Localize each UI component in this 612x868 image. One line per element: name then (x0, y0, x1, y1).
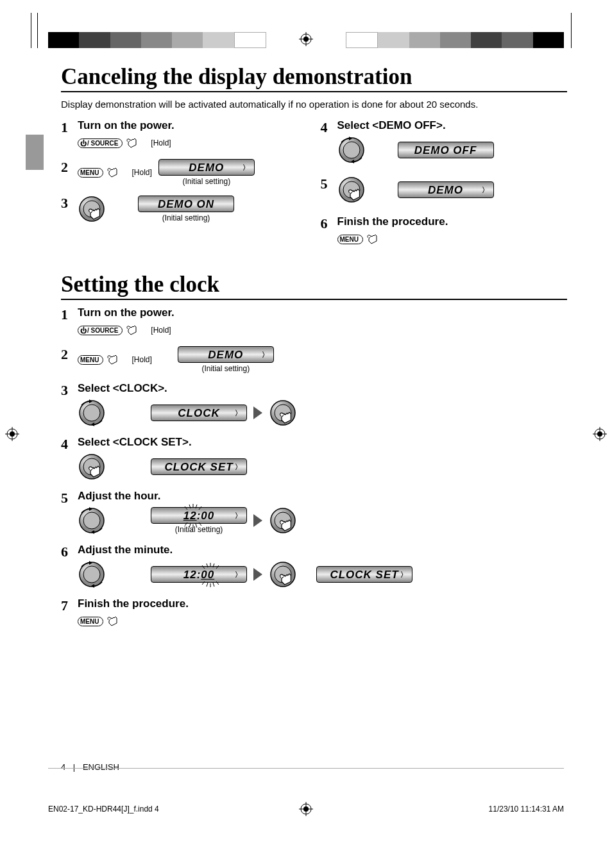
clock-step-2: 2 MENU [Hold] DEMO〉 (Initial setting) (61, 346, 567, 373)
chevron-right-icon: 〉 (262, 346, 269, 363)
tap-hand-icon (110, 353, 124, 367)
power-source-button: ⏻/ SOURCE (78, 326, 123, 335)
step-4: 4 Select <DEMO OFF>. DEMO OFF (321, 119, 568, 164)
step-number: 1 (61, 119, 78, 150)
step-title: Turn on the power. (78, 306, 567, 319)
swatch (79, 32, 110, 48)
swatch (502, 32, 532, 48)
swatch (378, 32, 409, 48)
crop-mark (31, 13, 31, 48)
knob-press-icon (269, 560, 297, 588)
swatch (440, 32, 471, 48)
knob-turn-icon (78, 506, 106, 535)
registration-mark-icon (593, 427, 607, 441)
step-number: 4 (61, 436, 78, 481)
step-number: 2 (61, 159, 78, 186)
step-number: 2 (61, 346, 78, 373)
swatch (234, 32, 266, 48)
chevron-right-icon: 〉 (242, 159, 250, 176)
set-clock-steps: 1 Turn on the power. ⏻/ SOURCE [Hold] 2 … (61, 306, 567, 628)
menu-button: MENU (337, 235, 363, 244)
tap-hand-icon (110, 614, 124, 628)
knob-turn-icon (78, 560, 106, 588)
knob-press-icon (269, 399, 297, 427)
lcd-display: DEMO〉 (158, 159, 255, 176)
page-content: Canceling the display demonstration Disp… (61, 64, 567, 791)
step-title: Finish the procedure. (337, 215, 568, 228)
menu-button: MENU (78, 617, 103, 626)
power-icon: ⏻ (80, 327, 87, 334)
tap-hand-icon (110, 165, 124, 179)
color-bar-right (346, 32, 564, 48)
page-side-tab (26, 135, 44, 170)
lcd-display: DEMO〉 (178, 346, 274, 363)
step-1: 1 Turn on the power. ⏻/ SOURCE [Hold] (61, 119, 308, 150)
step-3: 3 DEMO ON (Initial setting) (61, 195, 308, 223)
arrow-right-icon (253, 406, 262, 419)
lcd-display: CLOCK〉 (151, 405, 247, 421)
tap-hand-icon (129, 323, 143, 337)
color-bar-left (48, 32, 266, 48)
crop-mark (571, 13, 572, 48)
knob-press-icon (78, 195, 106, 223)
lcd-display: 12:00〉 (151, 566, 247, 583)
heading-set-clock: Setting the clock (61, 272, 567, 300)
tap-hand-icon (370, 232, 384, 246)
hold-label: [Hold] (132, 168, 151, 177)
chevron-right-icon: 〉 (235, 405, 242, 421)
step-number: 4 (321, 119, 337, 164)
clock-step-5: 5 Adjust the hour. 12:00〉 (Initial setti… (61, 490, 567, 535)
menu-button: MENU (78, 355, 103, 365)
swatch (172, 32, 203, 48)
imprint-bar: EN02-17_KD-HDR44[J]_f.indd 4 11/23/10 11… (48, 768, 564, 814)
step-title: Select <DEMO OFF>. (337, 119, 568, 132)
lcd-display: DEMO ON (138, 196, 234, 212)
step-number: 6 (321, 215, 337, 246)
lcd-display: DEMO OFF (398, 142, 494, 158)
step-number: 7 (61, 597, 78, 628)
step-number: 5 (61, 490, 78, 535)
power-icon: ⏻ (80, 140, 87, 147)
imprint-date: 11/23/10 11:14:31 AM (489, 805, 564, 814)
swatch (471, 32, 502, 48)
chevron-right-icon: 〉 (482, 181, 489, 198)
menu-button: MENU (78, 168, 103, 178)
swatch (48, 32, 79, 48)
step-number: 1 (61, 306, 78, 337)
knob-turn-icon (337, 136, 366, 164)
cancel-demo-col-left: 1 Turn on the power. ⏻/ SOURCE [Hold] 2 … (61, 119, 308, 258)
step-number: 3 (61, 382, 78, 427)
chevron-right-icon: 〉 (400, 566, 408, 583)
lcd-display: CLOCK SET〉 (151, 458, 247, 475)
arrow-right-icon (253, 514, 262, 527)
step-title: Finish the procedure. (78, 597, 567, 610)
knob-press-icon (269, 506, 297, 535)
lcd-display: DEMO〉 (398, 181, 494, 198)
step-title: Select <CLOCK SET>. (78, 436, 567, 449)
chevron-right-icon: 〉 (235, 566, 242, 583)
hold-label: [Hold] (132, 355, 151, 364)
power-source-button: ⏻/ SOURCE (78, 138, 123, 148)
swatch (346, 32, 378, 48)
clock-step-7: 7 Finish the procedure. MENU (61, 597, 567, 628)
knob-press-icon (78, 453, 106, 481)
hold-label: [Hold] (151, 138, 171, 147)
printer-marks-top (0, 13, 612, 51)
step-title: Turn on the power. (78, 119, 308, 132)
swatch (110, 32, 141, 48)
lcd-display: 12:00〉 (151, 507, 247, 524)
crop-mark (37, 13, 38, 48)
cancel-demo-col-right: 4 Select <DEMO OFF>. DEMO OFF 5 (321, 119, 568, 258)
swatch (203, 32, 234, 48)
knob-press-icon (337, 176, 366, 204)
lcd-caption: (Initial setting) (151, 525, 247, 534)
lcd-caption: (Initial setting) (178, 364, 274, 373)
chevron-right-icon: 〉 (235, 458, 242, 475)
intro-text: Display demonstration will be activated … (61, 99, 567, 110)
tap-hand-icon (129, 136, 143, 150)
heading-cancel-demo: Canceling the display demonstration (61, 64, 567, 92)
step-title: Adjust the minute. (78, 544, 567, 556)
lcd-display: CLOCK SET〉 (316, 566, 412, 583)
step-number: 6 (61, 544, 78, 588)
knob-turn-icon (78, 399, 106, 427)
